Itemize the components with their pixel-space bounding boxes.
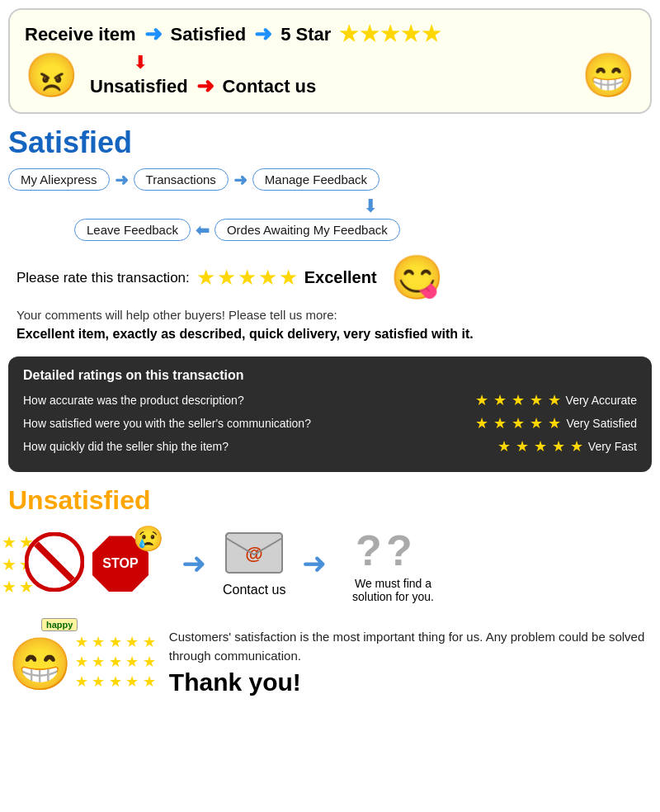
email-container: @ Contact us	[223, 530, 285, 597]
blue-arrow2: ➜	[302, 546, 327, 581]
five-stars: ★ ★ ★ ★ ★	[339, 21, 441, 47]
rating-area: Please rate this transaction: ★ ★ ★ ★ ★ …	[8, 253, 652, 343]
question-container: ? ? We must find a solution for you.	[343, 524, 442, 603]
rate-label: Please rate this transaction:	[16, 270, 190, 286]
bottom-section: happy 😁 ★ ★ ★ ★ ★ ★ ★ ★ ★	[8, 616, 652, 696]
flow-row2: Unsatisfied ➜ Contact us	[90, 73, 316, 99]
contact-us-text: Contact us	[223, 76, 317, 97]
happy-emoji-top: 😁	[582, 50, 635, 101]
detail-label-2: How satisfied were you with the seller's…	[23, 417, 475, 430]
unsatisfied-text: Unsatisfied	[90, 76, 188, 97]
arrow1-icon: ➜	[144, 21, 163, 47]
happy-stars-row2: ★ ★ ★ ★ ★	[75, 653, 156, 671]
no-sign-icon	[25, 532, 84, 592]
detail-label-3: How quickly did the seller ship the item…	[23, 440, 497, 453]
detail-label-1: How accurate was the product description…	[23, 394, 475, 407]
no-sign-wrapper	[25, 532, 84, 595]
receive-item-text: Receive item	[25, 24, 136, 45]
satisfaction-text-block: Customers' satisfaction is the most impo…	[169, 616, 652, 696]
detail-rating-2: Very Satisfied	[566, 417, 637, 430]
happy-stars-row1: ★ ★ ★ ★ ★	[75, 633, 156, 651]
svg-text:?: ?	[356, 526, 382, 574]
thank-you-text: Thank you!	[169, 668, 652, 696]
comment-text: Excellent item, exactly as described, qu…	[16, 325, 495, 343]
stop-sign-wrapper: STOP 😢	[92, 536, 148, 592]
email-icon: @	[224, 530, 284, 576]
detail-row-2: How satisfied were you with the seller's…	[23, 414, 637, 432]
flow-box: Receive item ➜ Satisfied ➜ 5 Star ★ ★ ★ …	[8, 8, 652, 114]
happy-sign: happy	[41, 616, 156, 633]
nav-arrow3: ⬅	[196, 220, 210, 240]
svg-text:?: ?	[386, 526, 412, 574]
nav-manage-feedback[interactable]: Manage Feedback	[252, 168, 380, 191]
stop-label: STOP	[102, 556, 138, 571]
contact-us-label: Contact us	[223, 583, 285, 597]
satisfied-heading: Satisfied	[8, 125, 652, 160]
happy-emoji-block: happy 😁 ★ ★ ★ ★ ★ ★ ★ ★ ★	[8, 616, 156, 694]
nav-leave-feedback[interactable]: Leave Feedback	[74, 219, 191, 241]
happy-stars-row3: ★ ★ ★ ★ ★	[75, 673, 156, 691]
nav-orders-awaiting[interactable]: Ordes Awaiting My Feedback	[214, 219, 400, 241]
five-star-text: 5 Star	[280, 24, 331, 45]
nav-arrow1: ➜	[115, 170, 129, 190]
satisfied-section: Satisfied My Aliexpress ➜ Transactions ➜…	[8, 125, 652, 472]
nav-transactions[interactable]: Transactions	[134, 168, 229, 191]
satisfied-text: Satisfied	[171, 24, 247, 45]
nav-arrow2: ➜	[233, 170, 248, 190]
rating-emoji: 😋	[390, 253, 444, 303]
question-marks-icon: ? ?	[351, 524, 434, 574]
detailed-title: Detailed ratings on this transaction	[23, 368, 637, 383]
solution-label: We must find a solution for you.	[343, 577, 442, 603]
no-stop-group: ★ ★ ★ ★ ★ ★ STOP 😢	[8, 532, 148, 595]
nav-row2: Leave Feedback ⬅ Ordes Awaiting My Feedb…	[74, 219, 652, 241]
angry-emoji: 😠	[25, 50, 78, 101]
detail-stars-3: ★ ★ ★ ★ ★ Very Fast	[497, 437, 637, 456]
excellent-text: Excellent	[304, 268, 377, 287]
rating-line: Please rate this transaction: ★ ★ ★ ★ ★ …	[16, 253, 644, 303]
happy-face-stars: 😁 ★ ★ ★ ★ ★ ★ ★ ★ ★ ★	[8, 633, 156, 694]
unsatisfied-heading: Unsatisfied	[8, 485, 652, 516]
svg-text:@: @	[246, 543, 263, 564]
rating-stars: ★ ★ ★ ★ ★	[196, 265, 298, 290]
happy-sign-label: happy	[41, 618, 78, 631]
detail-row-1: How accurate was the product description…	[23, 391, 637, 409]
unsat-flow: ★ ★ ★ ★ ★ ★ STOP 😢	[8, 524, 652, 603]
arrow2-icon: ➜	[254, 21, 272, 47]
satisfaction-text: Customers' satisfaction is the most impo…	[169, 628, 652, 665]
nav-row1: My Aliexpress ➜ Transactions ➜ Manage Fe…	[8, 168, 652, 191]
detail-rating-3: Very Fast	[588, 440, 637, 453]
stop-emoji: 😢	[133, 524, 163, 553]
flow-row1: Receive item ➜ Satisfied ➜ 5 Star ★ ★ ★ …	[25, 21, 635, 47]
happy-face-emoji: 😁	[8, 635, 72, 694]
arrow-down-icon: ⬇	[133, 52, 316, 73]
blue-arrow1: ➜	[182, 546, 206, 581]
arrow3-icon: ➜	[196, 73, 214, 99]
detailed-ratings-box: Detailed ratings on this transaction How…	[8, 356, 652, 472]
comment-label: Your comments will help other buyers! Pl…	[16, 308, 644, 322]
detail-row-3: How quickly did the seller ship the item…	[23, 437, 637, 456]
nav-my-aliexpress[interactable]: My Aliexpress	[8, 168, 110, 191]
detail-rating-1: Very Accurate	[566, 394, 637, 407]
unsatisfied-section: Unsatisfied ★ ★ ★ ★ ★ ★	[8, 485, 652, 696]
nav-arrow-down: ⬇	[363, 196, 652, 217]
detail-stars-2: ★ ★ ★ ★ ★ Very Satisfied	[475, 414, 637, 432]
detail-stars-1: ★ ★ ★ ★ ★ Very Accurate	[475, 391, 637, 409]
happy-stars-stack: ★ ★ ★ ★ ★ ★ ★ ★ ★ ★ ★ ★	[75, 633, 156, 691]
